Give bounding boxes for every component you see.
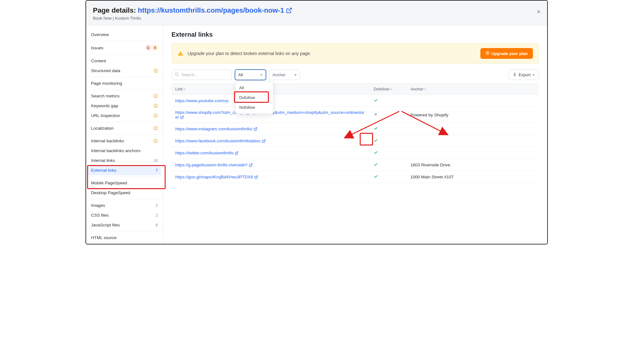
links-table: Link⇅ Dofollow⇅ Anchor⇅ https://www.yout… [172, 83, 539, 183]
sidebar-item-external-links[interactable]: External links 7 [88, 165, 161, 175]
sidebar-item-html-source[interactable]: HTML source [86, 233, 163, 243]
dropdown-option-all[interactable]: All [236, 83, 273, 93]
sidebar-item-structured-data[interactable]: Structured data [86, 66, 163, 76]
svg-point-8 [155, 97, 155, 97]
filter-dofollow-dropdown[interactable]: All ▾ All Dofollow Nofollow [235, 70, 266, 80]
sidebar-item-css-files[interactable]: CSS files 2 [86, 210, 163, 220]
main-heading: External links [172, 31, 539, 38]
main-panel: External links Upgrade your plan to dete… [163, 25, 547, 244]
sidebar-item-mobile-pagespeed[interactable]: Mobile PageSpeed [86, 178, 163, 188]
page-url[interactable]: https://kustomthrills.com/pages/book-now… [138, 6, 284, 15]
external-link[interactable]: https://www.instagram.com/kustomthrills/ [175, 126, 253, 131]
external-link-icon[interactable] [286, 7, 292, 14]
sidebar-item-label: Desktop PageSpeed [91, 190, 130, 195]
filter-row: All ▾ All Dofollow Nofollow Anchor ▾ [172, 69, 539, 80]
external-link[interactable]: https://twitter.com/kustomthrills [175, 151, 234, 155]
dofollow-cell [370, 123, 407, 135]
sidebar-item-desktop-pagespeed[interactable]: Desktop PageSpeed [86, 188, 163, 198]
upgrade-button[interactable]: Upgrade your plan [480, 48, 533, 59]
sidebar-item-images[interactable]: Images 2 [86, 201, 163, 210]
issues-warn-count: 9 [152, 45, 158, 51]
svg-line-31 [236, 152, 238, 154]
sidebar-item-label: Keywords gap [91, 103, 118, 108]
sidebar-item-page-monitoring[interactable]: Page monitoring [86, 78, 163, 88]
svg-point-11 [155, 107, 155, 107]
external-link-icon[interactable] [180, 115, 184, 119]
anchor-cell: 1603 Riverside Drive. [407, 159, 539, 171]
sidebar-item-issues[interactable]: Issues 1 9 [86, 42, 163, 53]
check-icon [374, 99, 378, 103]
close-icon[interactable] [536, 9, 541, 16]
external-link-icon[interactable] [235, 151, 238, 155]
sidebar-item-internal-backlinks[interactable]: Internal backlinks [86, 136, 163, 146]
external-link-icon[interactable] [262, 139, 266, 143]
filter-anchor-dropdown[interactable]: Anchor ▾ [269, 70, 300, 80]
issues-error-count: 1 [145, 45, 151, 51]
search-icon [174, 72, 179, 77]
table-row: https://www.facebook.com/kustomthrillsta… [172, 135, 539, 147]
svg-line-26 [182, 116, 184, 118]
external-link[interactable]: https://www.facebook.com/kustomthrillsta… [175, 139, 261, 143]
link-cell: https://g.page/kustom-thrills-riverside? [172, 159, 370, 171]
sidebar-item-label: CSS files [91, 213, 109, 218]
sidebar-item-internal-links[interactable]: Internal links 16 [86, 156, 163, 165]
upgrade-text: Upgrade your plan to detect broken exter… [188, 51, 311, 56]
filter-anchor-value: Anchor [273, 72, 286, 77]
download-icon [513, 72, 517, 77]
sidebar-item-js-files[interactable]: JavaScript files 6 [86, 220, 163, 230]
sidebar-item-label: Internal links [91, 158, 115, 163]
export-button[interactable]: Export ▾ [509, 69, 539, 80]
sidebar-item-search-metrics[interactable]: Search metrics [86, 91, 163, 101]
sidebar-item-label: Overview [91, 32, 109, 37]
sidebar-item-label: Images [91, 203, 105, 208]
upgrade-button-label: Upgrade your plan [491, 51, 528, 56]
sidebar-item-url-inspection[interactable]: URL Inspection [86, 111, 163, 120]
sort-icon: ⇅ [390, 88, 393, 91]
link-cell: https://www.facebook.com/kustomthrillsta… [172, 135, 370, 147]
sidebar: Overview Issues 1 9 Content Structured d… [86, 25, 163, 244]
sidebar-item-label: Internal backlinks [91, 139, 124, 143]
sort-icon: ⇅ [424, 88, 427, 91]
link-cell: https://twitter.com/kustomthrills [172, 147, 370, 159]
svg-point-5 [155, 71, 155, 72]
col-label: Link [175, 87, 183, 91]
check-icon [374, 175, 378, 180]
sidebar-item-content[interactable]: Content [86, 56, 163, 66]
svg-line-30 [263, 140, 265, 142]
issues-badges: 1 9 [145, 45, 158, 51]
dropdown-option-nofollow[interactable]: Nofollow [236, 102, 273, 112]
sidebar-item-label: Content [91, 59, 106, 63]
anchor-cell [407, 123, 539, 135]
table-row: https://goo.gl/maps/iKrsjBd4Vwu3PTDX8100… [172, 171, 539, 183]
link-cell: https://goo.gl/maps/iKrsjBd4Vwu3PTDX8 [172, 171, 370, 183]
sidebar-item-keywords-gap[interactable]: Keywords gap [86, 101, 163, 111]
col-label: Anchor [410, 87, 423, 91]
search-input[interactable] [172, 70, 232, 80]
table-row: https://www.youtube.com/us [172, 95, 539, 107]
anchor-cell [407, 95, 539, 107]
svg-line-29 [255, 128, 257, 130]
filter-dofollow-value: All [238, 72, 243, 77]
external-link-icon[interactable] [249, 163, 253, 167]
sidebar-item-internal-backlinks-anchors[interactable]: Internal backlinks anchors [86, 146, 163, 156]
dropdown-option-dofollow[interactable]: Dofollow [236, 93, 273, 102]
warning-icon [153, 126, 158, 131]
external-link[interactable]: https://www.youtube.com/us [175, 98, 229, 103]
col-dofollow[interactable]: Dofollow⇅ [370, 83, 407, 95]
sidebar-item-count: 16 [153, 158, 158, 163]
external-link[interactable]: https://g.page/kustom-thrills-riverside? [175, 163, 248, 167]
external-link-icon[interactable] [254, 175, 258, 179]
external-link[interactable]: https://goo.gl/maps/iKrsjBd4Vwu3PTDX8 [175, 175, 253, 179]
col-anchor[interactable]: Anchor⇅ [407, 83, 539, 95]
warning-triangle-icon [178, 51, 183, 56]
anchor-cell: Powered by Shopify [407, 107, 539, 123]
external-link-icon[interactable] [254, 127, 257, 131]
upgrade-banner: Upgrade your plan to detect broken exter… [172, 43, 539, 64]
dofollow-cell [370, 147, 407, 159]
table-row: https://twitter.com/kustomthrills [172, 147, 539, 159]
sidebar-item-overview[interactable]: Overview [86, 30, 163, 40]
sidebar-item-label: Page monitoring [91, 81, 122, 86]
svg-point-14 [155, 116, 155, 117]
svg-point-20 [155, 142, 155, 142]
sidebar-item-localization[interactable]: Localization [86, 123, 163, 133]
